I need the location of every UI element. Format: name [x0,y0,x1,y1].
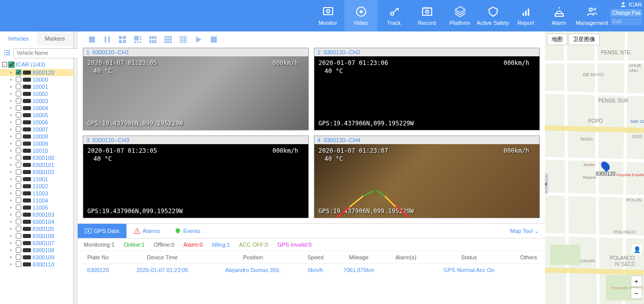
tree-item[interactable]: ▸10006 [0,119,73,126]
svg-point-6 [426,10,429,13]
stop2-icon[interactable] [210,36,218,44]
nav-alarm[interactable]: Alarm [542,0,575,31]
tree-item[interactable]: ▸11001 [0,176,73,183]
tree-item[interactable]: ▸11002 [0,183,73,190]
grid2x2-icon[interactable] [118,36,126,44]
svg-text:POLANCO: POLANCO [614,229,636,234]
list-icon[interactable] [3,49,11,57]
tree-item[interactable]: ▸8300110 [0,261,73,268]
svg-rect-11 [525,11,527,16]
map-tool-dropdown[interactable]: Map Tool ⌄ [510,228,545,234]
tab-markers[interactable]: Markers [37,31,73,46]
video-panel[interactable]: 18300120--CH12020-01-07 01:23:0540 °C000… [83,48,309,130]
tab-gps-data[interactable]: GPS Data [78,224,126,238]
tree-item[interactable]: ▸11005 [0,204,73,211]
map-type-map[interactable]: 地图 [547,33,567,45]
tree-item[interactable]: ▸10010 [0,147,73,154]
tree-item[interactable]: ▸10002 [0,90,73,97]
nav-management[interactable]: Management [575,0,608,31]
play-icon[interactable] [195,36,203,44]
svg-rect-46 [170,36,172,38]
tree-item[interactable]: ▸8300105 [0,225,73,232]
status-online: Online:1 [124,242,145,248]
map-marker[interactable]: 8300120 [596,161,616,177]
map-panel[interactable]: PENSIL NTE. AHUE ANA DE MAYO PENSIL SUR … [545,31,644,304]
map-expand-handle[interactable]: ◀ [545,174,548,194]
zoom-out-button[interactable]: − [631,288,642,299]
status-gpsinvalid: GPS Invalid:0 [277,242,311,248]
top-navbar: Monitor Video Track Record Platform Acti… [0,0,644,31]
panel-divider[interactable] [74,31,78,304]
stop-icon[interactable] [88,36,96,44]
tree-item[interactable]: ▸8300120 [0,69,73,76]
user-label: ICAR [610,1,642,8]
pause-icon[interactable] [103,36,111,44]
grid3x3-icon[interactable] [164,36,172,44]
tree-item[interactable]: ▸8300103 [0,211,73,218]
svg-rect-9 [429,7,431,9]
tree-item[interactable]: ▸8300107 [0,240,73,247]
sidebar: Vehicles Markers − ICAR (1/43) ▸8300120▸… [0,31,74,304]
nav-record[interactable]: Record [410,0,443,31]
vehicle-tree[interactable]: − ICAR (1/43) ▸8300120▸10000▸10001▸10002… [0,60,73,305]
svg-rect-14 [559,7,560,9]
tree-item[interactable]: ▸8300104 [0,218,73,225]
nav-report[interactable]: Report [509,0,542,31]
svg-rect-67 [184,42,185,43]
svg-rect-64 [186,40,187,42]
svg-rect-39 [152,36,154,39]
tree-item[interactable]: ▸10001 [0,83,73,90]
table-row[interactable]: 83001202020-01-07 01:23:05 Alejandro Dum… [78,264,545,277]
table-header: Mileage [331,251,386,264]
tree-item[interactable]: ▸10008 [0,133,73,140]
svg-text:POLAN: POLAN [626,197,642,202]
nav-active-safety[interactable]: Active Safety [476,0,509,31]
tree-item[interactable]: ▸10009 [0,140,73,147]
zoom-in-button[interactable]: + [631,276,642,287]
svg-rect-44 [165,36,167,38]
svg-rect-31 [123,40,126,43]
tree-item[interactable]: ▸8300102 [0,168,73,176]
user-panel: ICAR Change Pas... Exit [608,0,644,31]
tree-item[interactable]: ▸8300106 [0,232,73,240]
tree-item[interactable]: ▸8300100 [0,154,73,161]
tree-item[interactable]: ▸8300101 [0,161,73,168]
svg-rect-66 [182,42,183,43]
video-panel[interactable]: 48300120--CH42020-01-07 01:23:0740 °C000… [314,136,540,218]
video-panel[interactable]: 38300120--CH32020-01-07 01:23:0540 °C000… [83,136,309,218]
svg-rect-69 [211,37,217,43]
nav-track[interactable]: Track [377,0,410,31]
svg-rect-52 [170,41,172,43]
video-panel[interactable]: 28300120--CH22020-01-07 01:23:0640 °C000… [314,48,540,130]
tree-item[interactable]: ▸10004 [0,105,73,112]
svg-text:PENSIL SUR: PENSIL SUR [598,98,628,104]
tree-root[interactable]: − ICAR (1/43) [0,60,73,69]
map-type-satellite[interactable]: 卫星图像 [568,33,600,45]
tree-item[interactable]: ▸11003 [0,190,73,197]
svg-rect-35 [140,41,141,43]
nav-platform[interactable]: Platform [443,0,476,31]
grid3x2-icon[interactable] [149,36,157,44]
tree-item[interactable]: ▸8300108 [0,247,73,254]
change-password-button[interactable]: Change Pas... [610,9,642,17]
tree-item[interactable]: ▸10000 [0,76,73,83]
data-table: Plate NoDevice TimePositionSpeedMileageA… [78,251,545,276]
tab-events[interactable]: Events [167,224,208,238]
svg-rect-49 [170,39,172,41]
tree-item[interactable]: ▸8300109 [0,254,73,261]
nav-monitor[interactable]: Monitor [311,0,344,31]
tab-alarms[interactable]: Alarms [126,224,167,238]
streetview-icon[interactable]: 👤 [632,245,642,255]
svg-rect-51 [167,41,169,43]
table-header: Plate No [78,251,118,264]
nav-video[interactable]: Video [344,0,377,31]
exit-button[interactable]: Exit [610,18,642,25]
grid1-3-icon[interactable] [134,36,142,44]
tree-item[interactable]: ▸10003 [0,97,73,105]
tree-item[interactable]: ▸10005 [0,112,73,119]
tab-vehicles[interactable]: Vehicles [0,31,37,46]
tree-item[interactable]: ▸10007 [0,126,73,133]
tree-item[interactable]: ▸11004 [0,197,73,204]
grid4x4-icon[interactable] [179,36,187,44]
svg-rect-62 [182,40,183,42]
